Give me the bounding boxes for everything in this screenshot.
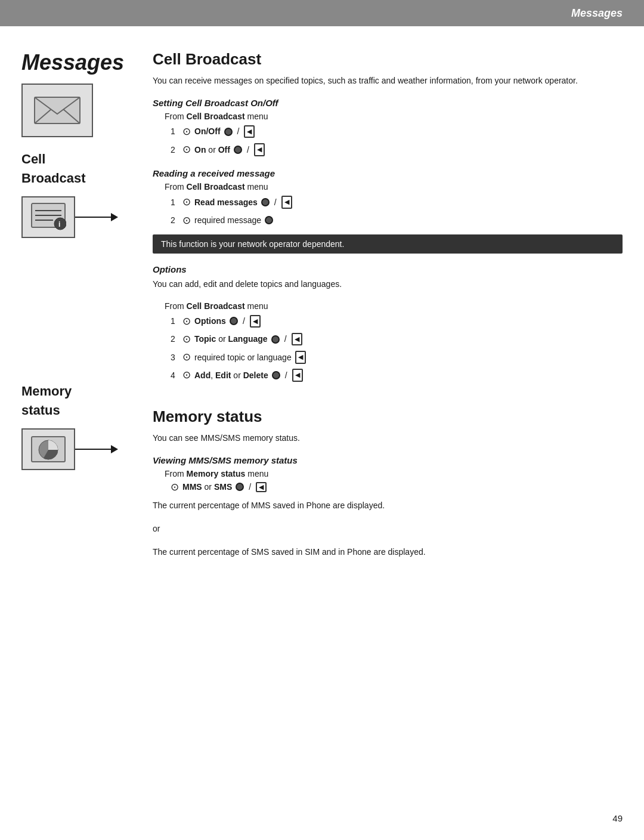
center-btn-6 xyxy=(271,335,280,344)
center-btn-3 xyxy=(261,198,270,206)
reading-steps-list: 1 ⊙ Read messages / ◀ 2 ⊙ required messa… xyxy=(171,194,623,228)
memory-status-heading: Memory status xyxy=(153,407,623,426)
cell-broadcast-label-line1: Cell xyxy=(21,152,135,167)
center-btn-4 xyxy=(265,216,273,224)
setting-on-off-block: Setting Cell Broadcast On/Off From Cell … xyxy=(153,98,623,158)
setting-from-line: From Cell Broadcast menu xyxy=(165,112,623,121)
reading-step-2-text: required message xyxy=(194,214,261,227)
center-btn-9 xyxy=(236,483,244,491)
memory-status-label-line2: status xyxy=(21,403,135,418)
cell-broadcast-label-line2: Broadcast xyxy=(21,171,135,186)
cell-broadcast-svg: i xyxy=(30,202,66,232)
scroll-icon-4: ⊙ xyxy=(182,212,191,228)
setting-from-bold: Cell Broadcast xyxy=(187,112,245,121)
envelope-icon xyxy=(21,84,93,137)
memory-status-sidebar: Memory status xyxy=(21,384,135,470)
center-btn-1 xyxy=(224,128,233,136)
scroll-icon-1: ⊙ xyxy=(182,123,191,140)
envelope-svg xyxy=(33,92,81,128)
options-from-line: From Cell Broadcast menu xyxy=(165,301,623,311)
options-step-3-text: required topic or language xyxy=(194,351,292,364)
memory-note2: The current percentage of SMS saved in S… xyxy=(153,546,623,558)
options-step-2: 2 ⊙ Topic or Language / ◀ xyxy=(171,331,623,347)
scroll-icon-5: ⊙ xyxy=(182,313,191,329)
memory-status-label-line1: Memory xyxy=(21,384,135,399)
scroll-icon-2: ⊙ xyxy=(182,141,191,158)
header-bar: Messages xyxy=(0,0,644,26)
options-step-4-text: Add, Edit or Delete xyxy=(194,369,268,382)
cell-broadcast-heading: Cell Broadcast xyxy=(153,50,623,69)
cell-broadcast-arrow xyxy=(75,213,118,221)
reading-step-1: 1 ⊙ Read messages / ◀ xyxy=(171,194,623,210)
memory-status-icon xyxy=(21,428,75,470)
right-content: Cell Broadcast You can receive messages … xyxy=(141,50,623,569)
reading-from-line: From Cell Broadcast menu xyxy=(165,182,623,192)
memory-status-icon-row xyxy=(21,428,135,470)
scroll-icon-7: ⊙ xyxy=(182,349,191,365)
memory-status-desc: You can see MMS/SMS memory status. xyxy=(153,432,623,444)
scroll-icon-8: ⊙ xyxy=(182,367,191,383)
reading-msg-block: Reading a received message From Cell Bro… xyxy=(153,168,623,253)
cell-broadcast-desc: You can receive messages on specified to… xyxy=(153,75,623,87)
options-step-4: 4 ⊙ Add, Edit or Delete / ◀ xyxy=(171,367,623,383)
options-desc: You can add, edit and delete topics and … xyxy=(153,278,623,291)
back-icon-7: ◀ xyxy=(295,351,306,364)
memory-status-arrow xyxy=(75,445,118,453)
memory-from-line: From Memory status menu xyxy=(165,469,623,478)
options-from-bold: Cell Broadcast xyxy=(187,301,245,311)
header-title: Messages xyxy=(571,7,623,20)
center-btn-5 xyxy=(230,317,238,325)
scroll-icon-9: ⊙ xyxy=(171,481,179,493)
memory-step-text: MMS or SMS xyxy=(182,482,232,492)
setting-steps-list: 1 ⊙ On/Off / ◀ 2 ⊙ On or Off / xyxy=(171,123,623,158)
cell-broadcast-icon: i xyxy=(21,196,75,238)
info-box: This function is your network operator d… xyxy=(153,234,623,254)
cell-broadcast-icon-row: i xyxy=(21,196,135,238)
viewing-block: Viewing MMS/SMS memory status From Memor… xyxy=(153,455,623,558)
back-icon-9: ◀ xyxy=(256,482,267,492)
back-icon-6: ◀ xyxy=(292,333,302,346)
left-sidebar: Messages Cell Broadcast xyxy=(21,50,141,569)
scroll-icon-3: ⊙ xyxy=(182,194,191,210)
setting-on-off-heading: Setting Cell Broadcast On/Off xyxy=(153,98,623,108)
options-steps-list: 1 ⊙ Options / ◀ 2 ⊙ Topic or Language / … xyxy=(171,313,623,384)
back-icon-5: ◀ xyxy=(250,315,261,328)
memory-note1: The current percentage of MMS saved in P… xyxy=(153,499,623,512)
main-content: Messages Cell Broadcast xyxy=(0,26,644,593)
reading-from-bold: Cell Broadcast xyxy=(187,182,245,192)
page-title: Messages xyxy=(21,50,135,75)
memory-step: ⊙ MMS or SMS / ◀ xyxy=(171,481,623,493)
svg-text:i: i xyxy=(58,220,60,228)
cell-broadcast-section: Cell Broadcast You can receive messages … xyxy=(153,50,623,384)
setting-step-1-text: On/Off xyxy=(194,125,221,138)
page-number: 49 xyxy=(612,813,623,823)
back-icon-3: ◀ xyxy=(281,196,292,209)
options-step-3: 3 ⊙ required topic or language ◀ xyxy=(171,349,623,365)
memory-status-svg xyxy=(30,434,66,464)
setting-step-1: 1 ⊙ On/Off / ◀ xyxy=(171,123,623,140)
back-icon-1: ◀ xyxy=(244,125,255,138)
memory-status-section: Memory status You can see MMS/SMS memory… xyxy=(153,407,623,558)
back-icon-2: ◀ xyxy=(254,143,265,156)
svg-rect-0 xyxy=(35,97,80,123)
reading-msg-heading: Reading a received message xyxy=(153,168,623,178)
scroll-icon-6: ⊙ xyxy=(182,331,191,347)
options-step-2-text: Topic or Language xyxy=(194,332,268,345)
viewing-heading: Viewing MMS/SMS memory status xyxy=(153,455,623,465)
center-btn-8 xyxy=(272,371,280,379)
reading-step-1-text: Read messages xyxy=(194,196,258,209)
options-block: Options You can add, edit and delete top… xyxy=(153,264,623,384)
options-step-1-text: Options xyxy=(194,314,226,328)
memory-from-bold: Memory status xyxy=(187,469,246,478)
center-btn-2 xyxy=(234,146,242,154)
cell-broadcast-sidebar: Cell Broadcast i xyxy=(21,152,135,238)
options-heading: Options xyxy=(153,264,623,274)
back-icon-8: ◀ xyxy=(292,369,303,382)
setting-step-2: 2 ⊙ On or Off / ◀ xyxy=(171,141,623,158)
memory-or: or xyxy=(153,523,623,535)
setting-step-2-text: On or Off xyxy=(194,143,230,156)
reading-step-2: 2 ⊙ required message xyxy=(171,212,623,228)
options-step-1: 1 ⊙ Options / ◀ xyxy=(171,313,623,329)
